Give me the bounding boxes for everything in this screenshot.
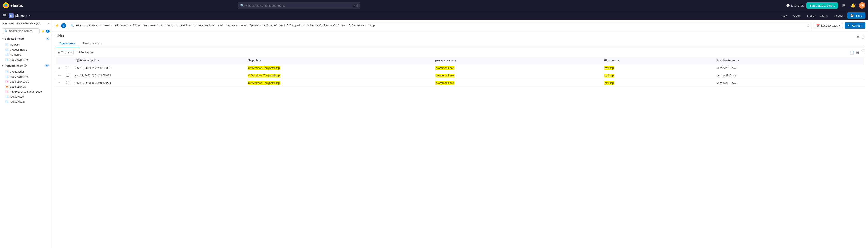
th-timestamp[interactable]: ↓ @timestamp ⓘ ▾ — [72, 57, 245, 64]
popular-fields-info-icon: ⓘ — [24, 64, 27, 67]
global-search-input[interactable] — [246, 4, 350, 7]
setup-guide-button[interactable]: Setup guide: step 1 — [806, 2, 838, 9]
search-shortcut: ⌘/ — [352, 4, 358, 7]
full-screen-icon[interactable]: ⛶ — [861, 50, 864, 55]
elastic-wordmark: elastic — [10, 3, 23, 8]
clear-query-button[interactable]: ✕ — [806, 23, 809, 28]
sidebar-field-item[interactable]: kfile.path — [0, 42, 52, 47]
chevron-down-icon: ▾ — [2, 38, 3, 40]
date-picker-button[interactable]: 📅 Last 90 days ▾ — [814, 22, 843, 29]
filename-cell: exfil.zip — [601, 79, 714, 87]
table-row: ✏ Nov 12, 2023 @ 21:43:03.063 C:\Windows… — [56, 72, 864, 79]
checkbox-cell[interactable] — [63, 79, 72, 87]
query-bar: ⚡ + 🔍 event.dataset: "endpoint.events.fi… — [52, 20, 868, 31]
table-header-row: ↓ @timestamp ⓘ ▾ file.path ▾ process.nam… — [56, 57, 864, 64]
field-name: file.name — [10, 53, 21, 56]
user-avatar[interactable]: CH — [859, 2, 865, 9]
field-type-badge: k — [5, 53, 9, 56]
chevron-down-icon: ▾ — [738, 59, 739, 62]
grid-icon[interactable]: ⊞ — [841, 3, 847, 8]
selected-fields-section: ▾ Selected fields 4 kfile.pathkprocess.n… — [0, 35, 52, 62]
sort-button[interactable]: ↕ 1 field sorted — [76, 51, 94, 54]
query-text: event.dataset: "endpoint.events.file" an… — [76, 24, 805, 27]
table-controls: ⊞ Columns ↕ 1 field sorted 📄 ⊞ ⛶ — [56, 50, 864, 55]
expand-cell[interactable]: ✏ — [56, 79, 63, 87]
selected-fields-header[interactable]: ▾ Selected fields 4 — [0, 35, 52, 42]
popular-fields-header[interactable]: ▾ Popular fields ⓘ 10 — [0, 62, 52, 69]
timestamp-value: Nov 12, 2023 @ 21:43:03.063 — [74, 74, 111, 77]
query-input-area[interactable]: 🔍 event.dataset: "endpoint.events.file" … — [68, 22, 812, 29]
sidebar-field-item[interactable]: ipdestination.ip — [0, 84, 52, 89]
columns-settings-icon[interactable]: ⊞ — [862, 35, 864, 39]
results-tab-documents[interactable]: Documents — [56, 40, 79, 48]
chevron-down-icon: ▾ — [29, 14, 30, 17]
selected-fields-count: 4 — [45, 37, 50, 40]
checkbox-col-header — [63, 57, 72, 64]
inspect-button[interactable]: Inspect — [832, 13, 845, 18]
chevron-down-icon: ▾ — [2, 64, 3, 67]
checkbox-cell[interactable] — [63, 72, 72, 79]
field-type-badge: k — [5, 95, 9, 98]
top-nav: elastic 🔍 ⌘/ 💬 Live Chat Setup guide: st… — [0, 0, 868, 11]
expand-icon[interactable]: ✏ — [58, 81, 61, 85]
row-checkbox[interactable] — [66, 66, 69, 69]
global-search-bar[interactable]: 🔍 ⌘/ — [238, 2, 360, 9]
expand-cell[interactable]: ✏ — [56, 72, 63, 79]
refresh-button[interactable]: ↻ Refresh — [845, 23, 865, 29]
bell-icon[interactable]: 🔔1 — [850, 3, 856, 8]
row-checkbox[interactable] — [66, 81, 69, 84]
th-filename[interactable]: file.name ▾ — [601, 57, 714, 64]
hostname-value: windev2310eval — [717, 66, 736, 70]
hamburger-icon[interactable]: ☰ — [3, 13, 6, 18]
sidebar-field-item[interactable]: khost.hostname — [0, 74, 52, 79]
filepath-cell: C:\Windows\Temp\exfil.zip — [245, 72, 433, 79]
sidebar-field-item[interactable]: ndestination.port — [0, 79, 52, 84]
alerts-button[interactable]: Alerts — [818, 13, 830, 18]
expand-icon[interactable]: ✏ — [58, 66, 61, 70]
sidebar-field-item[interactable]: khost.hostname — [0, 57, 52, 62]
filter-icon[interactable]: ⚡ — [41, 29, 44, 33]
popular-fields-count: 10 — [44, 64, 50, 67]
search-fields-input[interactable] — [9, 29, 38, 33]
field-name: host.hostname — [10, 75, 28, 78]
svg-point-3 — [4, 5, 8, 6]
th-hostname[interactable]: host.hostname ▾ — [714, 57, 864, 64]
sidebar-field-item[interactable]: kfile.name — [0, 52, 52, 57]
single-doc-view-icon[interactable]: 📄 — [850, 50, 854, 55]
save-button[interactable]: 💾 Save — [847, 12, 865, 19]
field-type-badge: k — [5, 43, 9, 46]
sidebar-field-item[interactable]: kregistry.key — [0, 94, 52, 99]
index-selector[interactable]: .alerts-security.alerts-default,ap... ▾ — [0, 20, 52, 27]
columns-button[interactable]: ⊞ Columns — [56, 50, 74, 55]
sidebar-field-item[interactable]: #http.response.status_code — [0, 89, 52, 94]
expand-icon[interactable]: ✏ — [58, 74, 61, 77]
th-processname[interactable]: process.name ▾ — [433, 57, 601, 64]
compare-view-icon[interactable]: ⊞ — [856, 50, 859, 55]
results-tab-field-statistics[interactable]: Field statistics — [79, 40, 105, 48]
filter-icon[interactable]: ⚡ — [55, 23, 59, 28]
results-header: 3 hits ⚙ ⊞ — [56, 34, 864, 40]
new-button[interactable]: New — [780, 13, 789, 18]
checkbox-cell[interactable] — [63, 64, 72, 72]
field-type-badge: ip — [5, 85, 9, 88]
filename-value: exfil.zip — [604, 66, 614, 70]
share-button[interactable]: Share — [805, 13, 816, 18]
chevron-down-icon: ▾ — [618, 59, 619, 62]
content-area: ⚡ + 🔍 event.dataset: "endpoint.events.fi… — [52, 20, 868, 248]
open-button[interactable]: Open — [792, 13, 803, 18]
row-checkbox[interactable] — [66, 74, 69, 77]
sidebar-field-item[interactable]: kevent.action — [0, 69, 52, 74]
expand-cell[interactable]: ✏ — [56, 64, 63, 72]
live-chat-button[interactable]: 💬 Live Chat — [786, 4, 804, 7]
timestamp-cell: Nov 12, 2023 @ 21:40:40.264 — [72, 79, 245, 87]
hostname-cell: windev2310eval — [714, 72, 864, 79]
sidebar-field-item[interactable]: kregistry.path — [0, 99, 52, 104]
elastic-logo[interactable]: elastic — [3, 2, 23, 9]
search-fields-container[interactable]: 🔍 — [2, 28, 40, 34]
th-filepath[interactable]: file.path ▾ — [245, 57, 433, 64]
processname-cell: powershell.exe — [433, 72, 601, 79]
discover-breadcrumb[interactable]: D Discover ▾ — [9, 13, 30, 18]
sidebar-field-item[interactable]: kprocess.name — [0, 47, 52, 52]
display-settings-icon[interactable]: ⚙ — [857, 35, 860, 39]
add-filter-button[interactable]: + — [61, 23, 66, 28]
